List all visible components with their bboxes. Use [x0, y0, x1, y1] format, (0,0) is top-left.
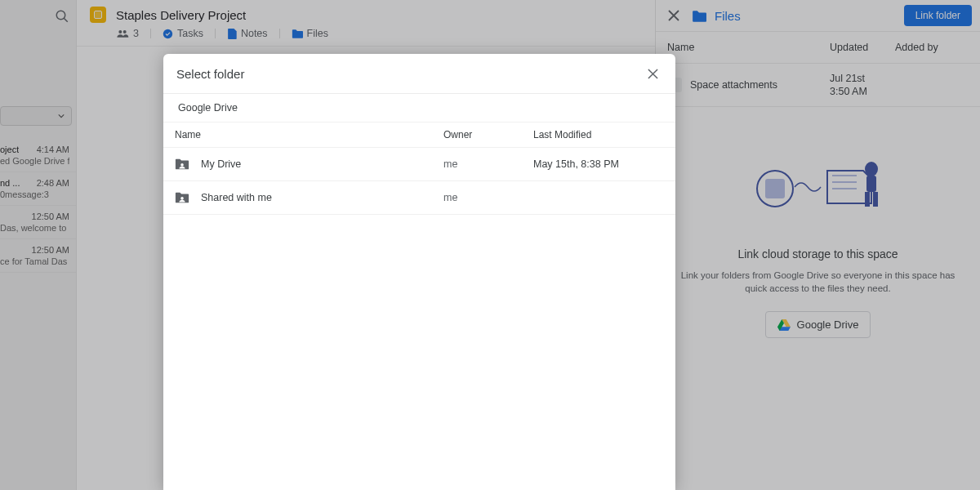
close-icon — [648, 69, 658, 79]
folder-row-my-drive[interactable]: My Drive me May 15th, 8:38 PM — [163, 148, 675, 181]
modal-close-button[interactable] — [644, 65, 661, 82]
svg-point-11 — [180, 163, 184, 167]
shared-folder-icon — [175, 191, 189, 204]
folder-row-shared[interactable]: Shared with me me — [163, 181, 675, 215]
modal-source: Google Drive — [163, 94, 675, 122]
shared-folder-icon — [175, 158, 189, 171]
svg-point-12 — [180, 197, 184, 200]
select-folder-modal: Select folder Google Drive Name Owner La… — [163, 54, 675, 490]
modal-title: Select folder — [176, 67, 244, 81]
modal-columns: Name Owner Last Modified — [163, 122, 675, 148]
